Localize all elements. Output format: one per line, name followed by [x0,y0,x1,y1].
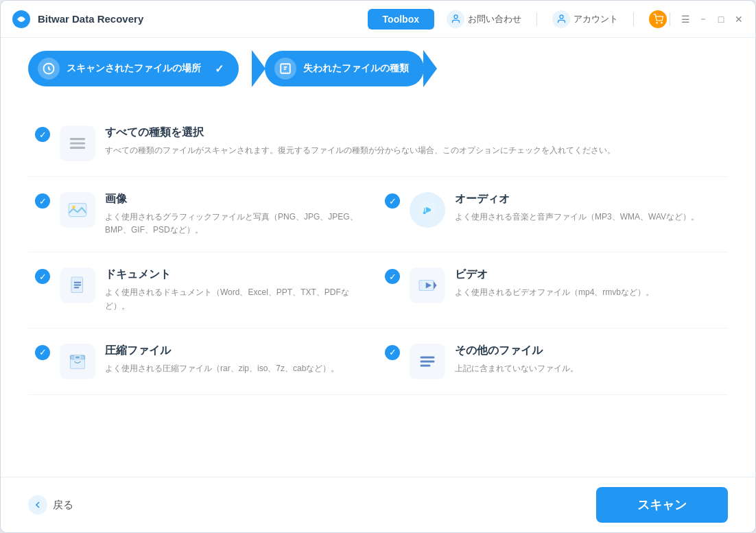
cat-text-document: ドキュメント よく使用されるドキュメント（Word、Excel、PPT、TXT、… [105,268,364,312]
toolbox-button[interactable]: Toolbox [368,9,434,29]
cat-desc-archive: よく使用される圧縮ファイル（rar、zip、iso、7z、cabなど）。 [105,362,364,375]
separator3 [670,12,670,26]
icon-box-video [410,268,445,303]
back-icon [28,495,47,514]
svg-rect-21 [74,287,80,289]
check-icon-archive[interactable]: ✓ [35,345,50,360]
separator [536,12,537,26]
step-1-label: スキャンされたファイルの場所 [67,62,201,75]
category-grid: ✓ すべての種類を選択 すべての種類のファイルがスキャンされます。復元するファイ… [28,110,728,395]
step-1-icon [38,58,60,80]
svg-rect-16 [424,208,425,213]
cat-title-image: 画像 [105,192,364,206]
svg-point-4 [657,23,657,23]
back-button[interactable]: 戻る [28,495,73,514]
svg-rect-8 [70,138,85,140]
svg-marker-24 [434,281,437,289]
account-button[interactable]: アカウント [552,10,618,28]
minimize-button[interactable]: － [698,14,709,25]
app-window: Bitwar Data Recovery Toolbox お問い合わせ アカウン… [0,0,756,533]
svg-rect-9 [70,142,85,144]
step-1-check: ✓ [215,62,224,75]
category-image: ✓ 画像 よく使用されるグラフィックファイルと写真（PNG、JPG、JPEG、B… [28,177,378,252]
cat-desc-document: よく使用されるドキュメント（Word、Excel、PPT、TXT、PDFなど）。 [105,286,364,312]
back-label: 戻る [53,499,73,512]
checkbox-audio[interactable]: ✓ [385,193,400,209]
app-logo [12,10,31,29]
cat-text-other: その他のファイル 上記に含まれていないファイル。 [455,344,714,375]
window-controls: ☰ － □ ✕ [680,14,744,25]
cat-title-all: すべての種類を選択 [105,126,714,140]
cat-text-all: すべての種類を選択 すべての種類のファイルがスキャンされます。復元するファイルの… [105,126,714,157]
step-arrow-1 [252,50,265,87]
step-arrow-gap [239,50,252,87]
svg-rect-28 [71,359,85,369]
check-icon-other[interactable]: ✓ [385,345,400,360]
cart-button[interactable] [649,10,667,28]
svg-point-5 [661,23,661,23]
category-audio: ✓ オーディオ よく使用される音楽と音声ファイル（MP3、WMA、WAVなど）。 [378,177,728,252]
cat-text-audio: オーディオ よく使用される音楽と音声ファイル（MP3、WMA、WAVなど）。 [455,192,714,224]
cat-title-other: その他のファイル [455,344,714,358]
checkbox-image[interactable]: ✓ [35,193,50,209]
icon-box-other [410,344,445,379]
cat-desc-other: 上記に含まれていないファイル。 [455,362,714,375]
main-content: ✓ すべての種類を選択 すべての種類のファイルがスキャンされます。復元するファイ… [1,94,755,477]
menu-button[interactable]: ☰ [680,14,691,25]
close-button[interactable]: ✕ [733,14,744,25]
app-title: Bitwar Data Recovery [38,13,368,25]
category-video: ✓ ビデオ よく使用されるビデオファイル（mp4、rmvbなど）。 [378,252,728,328]
title-bar-actions: お問い合わせ アカウント [447,10,667,28]
svg-point-12 [72,206,75,209]
cat-text-image: 画像 よく使用されるグラフィックファイルと写真（PNG、JPG、JPEG、BMP… [105,192,364,237]
icon-box-document [60,268,95,303]
category-other: ✓ その他のファイル 上記に含まれていないファイル。 [378,329,728,395]
icon-box-archive [60,344,95,379]
cat-desc-image: よく使用されるグラフィックファイルと写真（PNG、JPG、JPEG、BMP、GI… [105,211,364,237]
bottom-bar: 戻る スキャン [1,477,755,532]
contact-label: お問い合わせ [468,13,521,25]
cat-title-video: ビデオ [455,268,714,282]
title-bar: Bitwar Data Recovery Toolbox お問い合わせ アカウン… [1,1,755,38]
maximize-button[interactable]: □ [716,14,727,25]
svg-point-2 [454,15,458,19]
step-2-icon [274,58,296,80]
svg-rect-20 [74,285,82,286]
category-document: ✓ ドキュメント よく使用されるドキュメント（Word、Excel、PPT、TX… [28,252,378,328]
contact-icon [447,10,464,28]
step-bar: スキャンされたファイルの場所 ✓ 失われたファイルの種類 [1,38,755,94]
cat-text-video: ビデオ よく使用されるビデオファイル（mp4、rmvbなど）。 [455,268,714,299]
svg-rect-33 [421,360,435,362]
separator2 [633,12,634,26]
cat-desc-all: すべての種類のファイルがスキャンされます。復元するファイルの種類が分からない場合… [105,144,714,157]
check-icon-image[interactable]: ✓ [35,193,50,209]
checkbox-video[interactable]: ✓ [385,269,400,284]
category-archive: ✓ 圧縮ファイル よく使用される圧縮ファイル（rar、zip、 [28,329,378,395]
svg-rect-34 [421,364,431,366]
cat-title-document: ドキュメント [105,268,364,282]
contact-button[interactable]: お問い合わせ [447,10,521,28]
svg-rect-32 [421,356,435,358]
icon-box-image [60,192,95,228]
category-all: ✓ すべての種類を選択 すべての種類のファイルがスキャンされます。復元するファイ… [28,110,728,177]
checkbox-archive[interactable]: ✓ [35,345,50,360]
checkbox-all[interactable]: ✓ [35,127,50,142]
svg-rect-31 [75,356,80,358]
svg-point-3 [560,15,563,19]
cat-desc-video: よく使用されるビデオファイル（mp4、rmvbなど）。 [455,286,714,299]
scan-button[interactable]: スキャン [596,487,728,523]
checkbox-other[interactable]: ✓ [385,345,400,360]
icon-box-all [60,126,95,161]
svg-rect-19 [74,282,82,283]
check-icon-audio[interactable]: ✓ [385,193,400,209]
cat-desc-audio: よく使用される音楽と音声ファイル（MP3、WMA、WAVなど）。 [455,211,714,224]
cart-icon [649,10,667,28]
account-label: アカウント [574,13,618,25]
check-icon-all[interactable]: ✓ [35,127,50,142]
svg-point-1 [19,17,23,21]
step-2-label: 失われたファイルの種類 [303,62,409,75]
step-arrow-2 [423,50,437,87]
check-icon-video[interactable]: ✓ [385,269,400,284]
check-icon-document[interactable]: ✓ [35,269,50,284]
checkbox-document[interactable]: ✓ [35,269,50,284]
